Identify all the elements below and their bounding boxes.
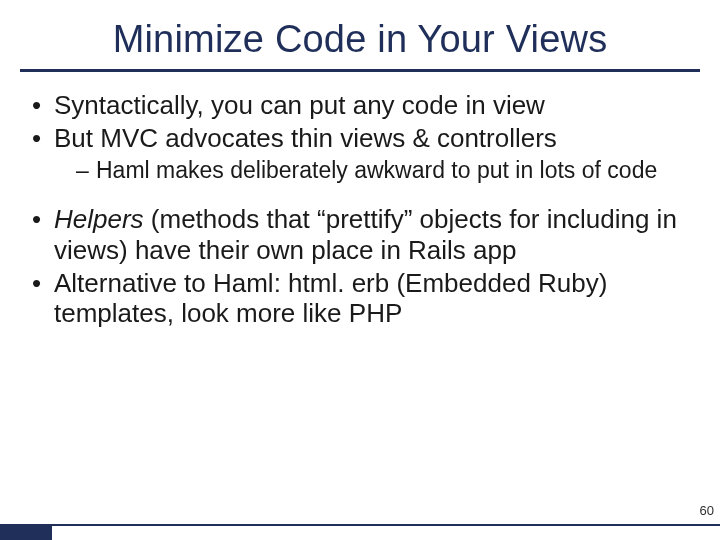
page-number: 60 (700, 503, 714, 518)
spacer (32, 194, 688, 204)
bullet-text: (methods that “prettify” objects for inc… (54, 204, 677, 265)
footer-accent (0, 526, 52, 540)
bullet-emphasis: Helpers (54, 204, 144, 234)
footer-rule (0, 524, 720, 526)
slide-body: Syntactically, you can put any code in v… (0, 90, 720, 329)
bullet-item: Syntactically, you can put any code in v… (32, 90, 688, 121)
bullet-item: Alternative to Haml: html. erb (Embedded… (32, 268, 688, 329)
bullet-list: Helpers (methods that “prettify” objects… (32, 204, 688, 329)
bullet-text: Alternative to Haml: html. erb (Embedded… (54, 268, 607, 329)
sub-bullet-list: Haml makes deliberately awkward to put i… (54, 157, 688, 184)
title-underline (20, 69, 700, 72)
bullet-item: But MVC advocates thin views & controlle… (32, 123, 688, 185)
slide: Minimize Code in Your Views Syntacticall… (0, 0, 720, 540)
slide-title: Minimize Code in Your Views (0, 0, 720, 69)
bullet-list: Syntactically, you can put any code in v… (32, 90, 688, 184)
sub-bullet-item: Haml makes deliberately awkward to put i… (76, 157, 688, 184)
bullet-text: Syntactically, you can put any code in v… (54, 90, 545, 120)
bullet-text: But MVC advocates thin views & controlle… (54, 123, 557, 153)
bullet-item: Helpers (methods that “prettify” objects… (32, 204, 688, 265)
sub-bullet-text: Haml makes deliberately awkward to put i… (96, 157, 657, 183)
